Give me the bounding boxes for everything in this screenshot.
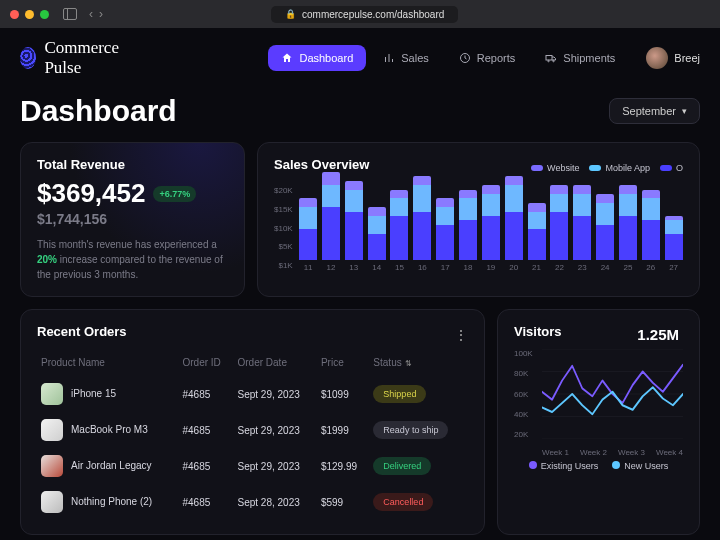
home-icon <box>281 52 293 64</box>
bar-group: 27 <box>664 216 683 272</box>
table-row[interactable]: Nothing Phone (2) #4685 Sept 28, 2023 $5… <box>37 484 468 520</box>
x-tick: 27 <box>669 263 678 272</box>
bar-segment <box>528 203 546 212</box>
page-title: Dashboard <box>20 94 177 128</box>
nav-item-dashboard[interactable]: Dashboard <box>268 45 366 71</box>
bar-segment <box>596 225 614 260</box>
order-date: Sept 28, 2023 <box>234 484 317 520</box>
truck-icon <box>545 52 557 64</box>
product-name: MacBook Pro M3 <box>71 424 148 435</box>
bars-icon <box>383 52 395 64</box>
legend-dot-icon <box>529 461 537 469</box>
legend-item: Existing Users <box>529 461 599 471</box>
close-window-icon[interactable] <box>10 10 19 19</box>
x-tick: 12 <box>327 263 336 272</box>
status-badge: Cancelled <box>373 493 433 511</box>
x-tick: 13 <box>349 263 358 272</box>
bar-segment <box>619 216 637 260</box>
app-header: Commerce Pulse DashboardSalesReportsShip… <box>0 28 720 84</box>
nav-label: Sales <box>401 52 429 64</box>
nav-item-sales[interactable]: Sales <box>370 45 442 71</box>
month-select-button[interactable]: September ▾ <box>609 98 700 124</box>
bar-segment <box>345 190 363 212</box>
bar-segment <box>550 194 568 212</box>
order-date: Sept 29, 2023 <box>234 412 317 448</box>
bar-segment <box>665 234 683 260</box>
order-price: $599 <box>317 484 369 520</box>
order-id: #4685 <box>178 376 233 412</box>
bar-group: 20 <box>504 176 523 272</box>
bar-group: 11 <box>299 198 318 272</box>
bar-segment <box>413 176 431 185</box>
product-thumb-icon <box>41 491 63 513</box>
order-price: $129.99 <box>317 448 369 484</box>
x-tick: 16 <box>418 263 427 272</box>
bar-group: 19 <box>481 185 500 272</box>
bar-segment <box>390 198 408 216</box>
brand-logo[interactable]: Commerce Pulse <box>20 38 130 78</box>
x-tick: 20 <box>509 263 518 272</box>
forward-icon[interactable]: › <box>99 7 103 21</box>
status-badge: Ready to ship <box>373 421 448 439</box>
sidebar-toggle-icon[interactable] <box>63 8 77 20</box>
x-tick: 26 <box>646 263 655 272</box>
address-bar[interactable]: 🔒 commercepulse.com/dashboard <box>271 6 458 23</box>
column-header[interactable]: Price <box>317 351 369 376</box>
order-price: $1099 <box>317 376 369 412</box>
lock-icon: 🔒 <box>285 9 296 19</box>
nav-label: Dashboard <box>299 52 353 64</box>
sales-overview-card: Sales Overview WebsiteMobile AppO $20K$1… <box>257 142 700 297</box>
primary-nav: DashboardSalesReportsShipments <box>268 45 628 71</box>
bar-segment <box>482 185 500 194</box>
back-icon[interactable]: ‹ <box>89 7 93 21</box>
x-tick: 11 <box>304 263 313 272</box>
bar-segment <box>459 190 477 199</box>
orders-menu-icon[interactable]: ⋮ <box>454 327 468 343</box>
logo-icon <box>20 47 36 69</box>
visitors-card: Visitors 1.25M 100K80K60K40K20K Week 1We… <box>497 309 700 535</box>
table-row[interactable]: iPhone 15 #4685 Sept 29, 2023 $1099 Ship… <box>37 376 468 412</box>
nav-label: Shipments <box>563 52 615 64</box>
revenue-secondary: $1,744,156 <box>37 211 228 227</box>
bar-group: 18 <box>459 190 478 272</box>
table-row[interactable]: MacBook Pro M3 #4685 Sept 29, 2023 $1999… <box>37 412 468 448</box>
bar-segment <box>459 198 477 220</box>
table-row[interactable]: Air Jordan Legacy #4685 Sept 29, 2023 $1… <box>37 448 468 484</box>
status-badge: Delivered <box>373 457 431 475</box>
bar-segment <box>528 212 546 230</box>
bar-segment <box>368 207 386 216</box>
visitors-line-chart <box>542 349 683 439</box>
x-tick: 14 <box>372 263 381 272</box>
bar-segment <box>642 220 660 260</box>
bar-segment <box>665 220 683 233</box>
bar-group: 24 <box>596 194 615 272</box>
legend-swatch-icon <box>589 165 601 171</box>
bar-group: 21 <box>527 203 546 272</box>
brand-name: Commerce Pulse <box>44 38 130 78</box>
order-id: #4685 <box>178 484 233 520</box>
nav-item-shipments[interactable]: Shipments <box>532 45 628 71</box>
column-header[interactable]: Product Name <box>37 351 178 376</box>
visitors-chart: 100K80K60K40K20K Week 1Week 2Week 3Week … <box>514 349 683 457</box>
bar-segment <box>550 212 568 260</box>
bar-segment <box>482 194 500 216</box>
legend-swatch-icon <box>531 165 543 171</box>
minimize-window-icon[interactable] <box>25 10 34 19</box>
orders-title: Recent Orders <box>37 324 127 339</box>
bar-segment <box>436 207 454 225</box>
zoom-window-icon[interactable] <box>40 10 49 19</box>
bar-group: 25 <box>619 185 638 272</box>
column-header[interactable]: Order Date <box>234 351 317 376</box>
nav-item-reports[interactable]: Reports <box>446 45 529 71</box>
bar-segment <box>345 212 363 260</box>
bar-group: 23 <box>573 185 592 272</box>
column-header[interactable]: Status⇅ <box>369 351 468 376</box>
column-header[interactable]: Order ID <box>178 351 233 376</box>
bar-segment <box>345 181 363 190</box>
revenue-note: This month's revenue has experienced a 2… <box>37 237 228 282</box>
bar-group: 16 <box>413 176 432 272</box>
product-thumb-icon <box>41 383 63 405</box>
bar-segment <box>459 220 477 260</box>
product-thumb-icon <box>41 419 63 441</box>
user-menu[interactable]: Breej <box>646 47 700 69</box>
